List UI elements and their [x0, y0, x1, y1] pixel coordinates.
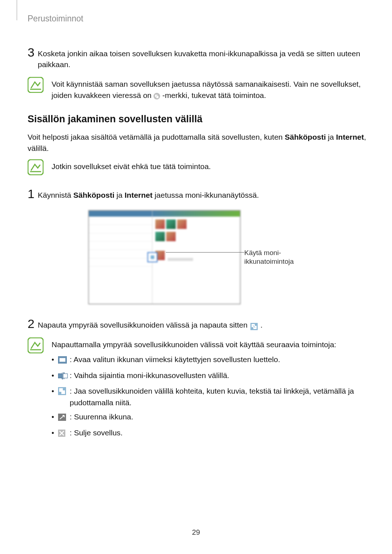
page-header: Perustoiminnot: [28, 14, 367, 24]
note-block: Voit käynnistää saman sovelluksen jaetus…: [28, 77, 367, 101]
s1-d: Internet: [124, 191, 152, 199]
step-2: 2 Napauta ympyrää sovellusikkunoiden väl…: [28, 317, 367, 331]
note-icon: [28, 77, 44, 93]
intro-b: Sähköposti: [285, 133, 326, 141]
step-3: 3 Kosketa jonkin aikaa toisen sovellukse…: [28, 46, 367, 70]
intro-paragraph: Voit helposti jakaa sisältöä vetämällä j…: [28, 131, 367, 154]
s2-a: Napauta ympyrää sovellusikkunoiden välis…: [38, 321, 250, 329]
li-text: : Jaa sovellusikkunoiden välillä kohteit…: [70, 385, 367, 408]
li-text: : Vaihda sijaintia moni-ikkunasovelluste…: [70, 370, 229, 381]
list-item: • : Sulje sovellus.: [52, 427, 367, 440]
note3-list: • : Avaa valitun ikkunan viimeksi käytet…: [52, 354, 367, 440]
svg-rect-3: [156, 96, 159, 98]
li-text: : Suurenna ikkuna.: [70, 411, 133, 423]
li-text: : Sulje sovellus.: [70, 427, 123, 439]
svg-rect-15: [61, 390, 65, 394]
multi-window-handle: [147, 252, 158, 262]
drag-share-icon: [250, 322, 258, 329]
swap-windows-icon: [58, 370, 68, 383]
close-icon: [58, 427, 68, 440]
s2-b: .: [261, 321, 263, 329]
note-icon: [28, 159, 44, 175]
margin-rule: [17, 0, 17, 20]
note-text: Jotkin sovellukset eivät ehkä tue tätä t…: [52, 159, 211, 172]
note3-lead: Napauttamalla ympyrää sovellusikkunoiden…: [52, 339, 367, 350]
list-item: • : Jaa sovellusikkunoiden välillä kohte…: [52, 385, 367, 408]
step-text: Napauta ympyrää sovellusikkunoiden välis…: [38, 317, 262, 331]
note-block: Napauttamalla ympyrää sovellusikkunoiden…: [28, 337, 367, 443]
li-text: : Avaa valitun ikkunan viimeksi käytetty…: [70, 354, 280, 365]
list-item: • : Avaa valitun ikkunan viimeksi käytet…: [52, 354, 367, 367]
step-number: 1: [28, 188, 38, 200]
note-icon: [28, 337, 44, 353]
figure: Käytä moni-ikkunatoimintoja: [28, 210, 367, 304]
device-screenshot: [88, 210, 241, 304]
recent-apps-icon: [58, 354, 68, 367]
intro-c: ja: [326, 133, 336, 141]
s1-e: jaetussa moni-ikkunanäytössä.: [152, 191, 259, 199]
s1-c: ja: [114, 191, 124, 199]
list-item: • : Vaihda sijaintia moni-ikkunasovellus…: [52, 370, 367, 383]
note-text: Voit käynnistää saman sovelluksen jaetus…: [52, 77, 367, 101]
svg-rect-8: [28, 338, 43, 353]
note-block: Jotkin sovellukset eivät ehkä tue tätä t…: [28, 159, 367, 175]
svg-rect-11: [58, 374, 62, 378]
section-heading: Sisällön jakaminen sovellusten välillä: [28, 114, 367, 125]
s1-a: Käynnistä: [38, 191, 73, 199]
note1-b: -merkki, tukevat tätä toimintoa.: [162, 91, 266, 99]
drag-share-icon: [58, 385, 68, 398]
figure-callout: Käytä moni-ikkunatoimintoja: [244, 249, 306, 266]
page-number: 29: [0, 528, 392, 537]
svg-rect-12: [63, 374, 68, 378]
right-app-pane: [152, 211, 240, 304]
multi-instance-icon: [154, 93, 160, 99]
step-number: 2: [28, 317, 38, 330]
document-page: Perustoiminnot 3 Kosketa jonkin aikaa to…: [0, 0, 392, 554]
svg-rect-0: [28, 77, 43, 93]
callout-text: Käytä moni-ikkunatoimintoja: [244, 249, 306, 266]
list-item: • : Suurenna ikkuna.: [52, 411, 367, 424]
step-text: Kosketa jonkin aikaa toisen sovelluksen …: [38, 46, 367, 70]
step-text: Käynnistä Sähköposti ja Internet jaetuss…: [38, 188, 259, 201]
maximize-icon: [58, 411, 68, 424]
intro-a: Voit helposti jakaa sisältöä vetämällä j…: [28, 133, 285, 141]
svg-rect-4: [28, 160, 43, 175]
left-app-pane: [89, 211, 152, 304]
svg-rect-10: [60, 358, 65, 362]
s1-b: Sähköposti: [73, 191, 114, 199]
step-number: 3: [28, 46, 38, 58]
step-1: 1 Käynnistä Sähköposti ja Internet jaetu…: [28, 188, 367, 201]
note-text: Napauttamalla ympyrää sovellusikkunoiden…: [52, 337, 367, 443]
intro-d: Internet: [336, 133, 364, 141]
